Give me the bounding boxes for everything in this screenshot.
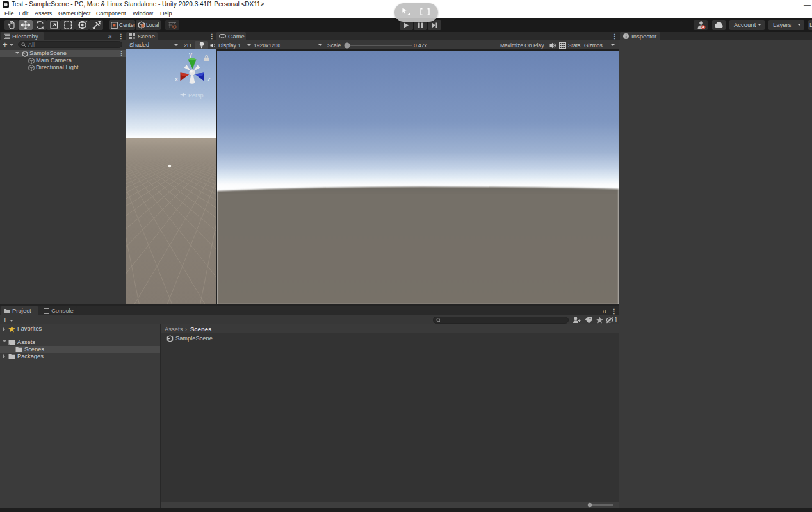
svg-text:y: y: [189, 51, 192, 58]
svg-text:x: x: [175, 76, 178, 83]
svg-text:Persp: Persp: [188, 92, 204, 99]
svg-text:z: z: [207, 76, 211, 83]
